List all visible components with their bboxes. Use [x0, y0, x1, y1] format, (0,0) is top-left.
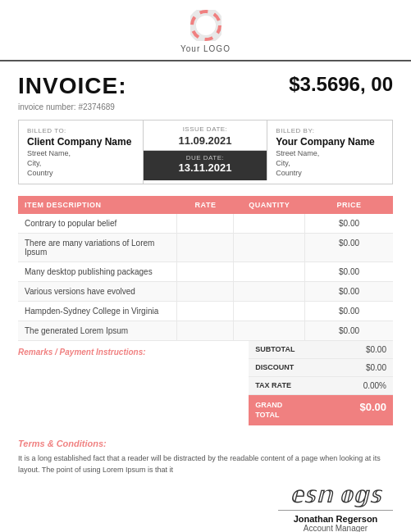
- issue-date-value: 11.09.2021: [152, 134, 259, 147]
- cell-rate: [177, 234, 233, 261]
- col-price: PRICE: [305, 201, 393, 209]
- cell-price: $0.00: [305, 302, 393, 321]
- cell-rate: [177, 282, 233, 301]
- cell-quantity: [234, 234, 306, 261]
- cell-description: Various versions have evolved: [18, 282, 177, 301]
- cell-description: Contrary to popular belief: [18, 214, 177, 233]
- grand-value: $0.00: [359, 401, 386, 420]
- cell-quantity: [234, 302, 306, 321]
- tax-value: 0.00%: [363, 381, 386, 390]
- totals-section: SUBTOTAL $0.00 DISCOUNT $0.00 TAX RATE 0…: [249, 341, 393, 425]
- table-row: Hampden-Sydney College in Virginia $0.00: [18, 302, 393, 321]
- cell-description: Hampden-Sydney College in Virginia: [18, 302, 177, 321]
- cell-price: $0.00: [305, 321, 393, 340]
- cell-quantity: [234, 282, 306, 301]
- logo-label: Your LOGO: [0, 44, 411, 53]
- billed-by-address: Street Name,: [276, 149, 384, 157]
- subtotal-row: SUBTOTAL $0.00: [249, 341, 393, 359]
- signature-image: 𝕖𝕤𝕟 𝕠𝕘𝕤: [278, 484, 393, 507]
- grand-label: GRANDTOTAL: [255, 401, 282, 420]
- table-body: Contrary to popular belief $0.00 There a…: [18, 214, 393, 341]
- subtotal-value: $0.00: [366, 345, 386, 354]
- terms-label: Terms & Conditions:: [18, 439, 393, 448]
- cell-description: Many desktop publishing packages: [18, 262, 177, 281]
- subtotal-label: SUBTOTAL: [255, 345, 295, 354]
- issue-date-label: ISSUE DATE:: [152, 125, 259, 133]
- cell-rate: [177, 321, 233, 340]
- cell-description: There are many variations of Lorem Ipsum: [18, 234, 177, 261]
- invoice-number: invoice number: #2374689: [0, 102, 411, 120]
- due-date-value: 13.11.2021: [152, 161, 259, 174]
- cell-price: $0.00: [305, 282, 393, 301]
- cell-rate: [177, 214, 233, 233]
- invoice-title: INVOICE:: [18, 73, 126, 99]
- table-row: The generated Lorem Ipsum $0.00: [18, 321, 393, 341]
- discount-row: DISCOUNT $0.00: [249, 359, 393, 377]
- billed-by-label: BILLED BY:: [276, 127, 384, 134]
- billed-to-label: BILLED TO:: [27, 127, 135, 134]
- header: Your LOGO: [0, 0, 411, 61]
- billed-by-country: Country: [276, 169, 384, 177]
- cell-price: $0.00: [305, 234, 393, 261]
- cell-price: $0.00: [305, 214, 393, 233]
- svg-point-2: [199, 18, 213, 33]
- terms-section: Terms & Conditions: It is a long establi…: [18, 439, 393, 475]
- grand-total-row: GRANDTOTAL $0.00: [249, 395, 393, 425]
- invoice-title-row: INVOICE: $3.5696, 00: [0, 61, 411, 102]
- billing-grid: BILLED TO: Client Company Name Street Na…: [18, 120, 393, 184]
- signature-block: 𝕖𝕤𝕟 𝕠𝕘𝕤 Jonathan Regerson Account Manage…: [278, 484, 393, 532]
- col-description: iTEM DESCRIPTION: [18, 201, 177, 209]
- table-header: iTEM DESCRIPTION RATE QUANTITY PRICE: [18, 196, 393, 214]
- due-date-cell: DUE DATE: 13.11.2021: [144, 151, 268, 180]
- billed-by-cell: BILLED BY: Your Company Name Street Name…: [267, 120, 392, 184]
- tax-label: TAX RATE: [255, 381, 291, 390]
- billed-to-cell: BILLED TO: Client Company Name Street Na…: [19, 120, 144, 184]
- discount-value: $0.00: [366, 363, 386, 372]
- sig-name: Jonathan Regerson: [278, 514, 393, 524]
- remarks-label: Remarks / Payment Instructions:: [18, 348, 249, 357]
- cell-description: The generated Lorem Ipsum: [18, 321, 177, 340]
- terms-text: It is a long established fact that a rea…: [18, 453, 393, 475]
- table-row: Contrary to popular belief $0.00: [18, 214, 393, 234]
- logo-icon: [190, 10, 221, 41]
- col-rate: RATE: [177, 201, 233, 209]
- table-row: Various versions have evolved $0.00: [18, 282, 393, 302]
- invoice-table: iTEM DESCRIPTION RATE QUANTITY PRICE Con…: [18, 196, 393, 341]
- due-date-label: DUE DATE:: [152, 154, 259, 161]
- billed-to-country: Country: [27, 169, 135, 177]
- col-quantity: QUANTITY: [234, 201, 306, 209]
- table-row: Many desktop publishing packages $0.00: [18, 262, 393, 282]
- billed-to-company: Client Company Name: [27, 136, 135, 148]
- bottom-section: Remarks / Payment Instructions: SUBTOTAL…: [18, 341, 393, 425]
- cell-rate: [177, 262, 233, 281]
- invoice-amount: $3.5696, 00: [289, 73, 393, 96]
- table-row: There are many variations of Lorem Ipsum…: [18, 234, 393, 262]
- remarks-section: Remarks / Payment Instructions:: [18, 341, 249, 425]
- cell-quantity: [234, 321, 306, 340]
- tax-row: TAX RATE 0.00%: [249, 377, 393, 395]
- billed-by-city: City,: [276, 159, 384, 167]
- billed-by-company: Your Company Name: [276, 136, 384, 148]
- discount-label: DISCOUNT: [255, 363, 294, 372]
- sig-title: Account Manager: [278, 524, 393, 532]
- cell-quantity: [234, 214, 306, 233]
- cell-rate: [177, 302, 233, 321]
- cell-price: $0.00: [305, 262, 393, 281]
- cell-quantity: [234, 262, 306, 281]
- billed-to-city: City,: [27, 159, 135, 167]
- footer-row: 𝕖𝕤𝕟 𝕠𝕘𝕤 Jonathan Regerson Account Manage…: [0, 475, 411, 532]
- dates-column: ISSUE DATE: 11.09.2021 DUE DATE: 13.11.2…: [144, 120, 268, 184]
- issue-date-cell: ISSUE DATE: 11.09.2021: [144, 120, 268, 151]
- billed-to-address: Street Name,: [27, 149, 135, 157]
